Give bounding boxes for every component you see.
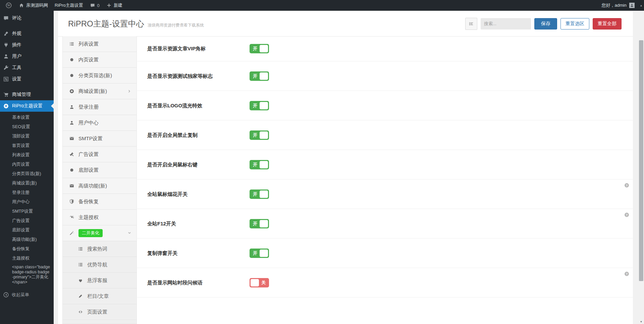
settings-nav-item-栏目/文章[interactable]: 栏目/文章 [63,288,137,304]
submenu-item[interactable]: SMTP设置 [0,207,54,216]
toggle-state-label: 关 [261,280,266,286]
settings-nav-item-背景图片[interactable]: 背景图片 [63,320,137,324]
submenu-item[interactable]: 广告设置 [0,216,54,225]
submenu-item[interactable]: 主题授权 [0,254,54,263]
scrollbar-thumb[interactable] [639,40,643,281]
toggle-state-label: 开 [253,132,257,138]
toggle-knob [251,279,259,286]
header-actions: 保存 重置选区 重置全部 [465,18,622,30]
submenu-item[interactable]: 登录注册 [0,188,54,197]
nav-item-label: 悬浮客服 [87,277,107,284]
nav-item-label: 商城设置(新) [78,88,107,95]
toggle-switch[interactable]: 开 [250,190,269,199]
settings-nav-item-分类页筛选(新)[interactable]: 分类页筛选(新) [63,68,137,84]
toggle-state-label: 开 [253,162,257,168]
comment-icon [3,15,9,21]
toggle-switch[interactable]: 开 [250,130,269,140]
list-icon [78,262,83,267]
settings-nav: 列表设置内页设置分类页筛选(新)商城设置(新)登录注册用户中心SMTP设置广告设… [62,36,137,324]
settings-nav-item-登录注册[interactable]: 登录注册 [63,99,137,115]
layout-toggle-button[interactable] [465,18,477,30]
settings-nav-item-页面设置[interactable]: 页面设置 [63,304,137,320]
gavel-icon [69,152,74,157]
admin-bar-item-wp-logo[interactable] [2,0,15,11]
scrollbar-up-arrow[interactable]: ▲ [638,0,644,11]
setting-label: 是否显示网站时段问候语 [147,279,203,286]
sidebar-item-插件[interactable]: 插件 [0,39,54,51]
list-icon [78,246,83,252]
submenu-item[interactable]: <span class="badge badge-radius badge-pr… [0,263,54,286]
submenu-item[interactable]: 备份恢复 [0,244,54,254]
sidebar-item-设置[interactable]: 设置 [0,73,54,85]
nav-item-label: 优势导航 [87,262,107,268]
code-icon [78,309,83,315]
settings-nav-item-内页设置[interactable]: 内页设置 [63,52,137,68]
settings-nav-item-列表设置[interactable]: 列表设置 [63,36,137,52]
toggle-switch[interactable]: 开 [250,101,269,110]
toggle-switch[interactable]: 开 [250,249,269,258]
nav-item-label: 底部设置 [78,167,99,173]
submenu-item[interactable]: 基本设置 [0,113,54,122]
toggle-knob [260,72,268,80]
sidebar-item-商城管理[interactable]: 商城管理 [0,89,54,100]
wp-submenu: 基本设置SEO设置顶部设置首页设置列表设置内页设置分类页筛选(新)商城设置(新)… [0,112,54,286]
submenu-item[interactable]: 顶部设置 [0,131,54,141]
submenu-item[interactable]: 高级功能(新) [0,235,54,244]
scrollbar[interactable]: ▲ ▼ [638,0,644,324]
settings-nav-item-SMTP设置[interactable]: SMTP设置 [63,131,137,147]
save-button[interactable]: 保存 [534,18,557,30]
settings-nav-item-用户中心[interactable]: 用户中心 [63,115,137,131]
submenu-item[interactable]: 用户中心 [0,197,54,207]
admin-bar-item-site-name[interactable]: 亲测源码网 [15,0,51,11]
toggle-switch[interactable]: 开 [250,219,269,228]
admin-bar-item-comments[interactable]: 0 [87,0,103,11]
sidebar-item-评论[interactable]: 评论 [0,12,54,24]
reset-selection-button[interactable]: 重置选区 [560,18,589,30]
admin-bar-item-new-content[interactable]: 新建 [103,0,126,11]
reset-all-button[interactable]: 重置全部 [593,18,622,30]
settings-nav-item-备份恢复[interactable]: 备份恢复 [63,194,137,210]
setting-row: 是否开启全局鼠标右键开 [137,150,633,179]
sidebar-item-RiPro主题设置[interactable]: RiPro主题设置 [0,100,54,112]
settings-nav-item-商城设置(新)[interactable]: 商城设置(新) [63,84,137,99]
toggle-switch[interactable]: 开 [250,71,269,81]
settings-nav-item-广告设置[interactable]: 广告设置 [63,147,137,162]
settings-nav-item-搜索热词[interactable]: 搜索热词 [63,241,137,257]
sidebar-item-外观[interactable]: 外观 [0,28,54,39]
submenu-item[interactable]: 内页设置 [0,160,54,169]
nav-item-label: 用户中心 [78,120,99,126]
setting-row: 是否显示资源文章VIP角标开 [137,36,633,61]
submenu-item[interactable]: 分类页筛选(新) [0,169,54,178]
toggle-switch[interactable]: 关 [250,278,269,287]
plug-icon [3,42,9,48]
setting-row: 是否显示LOGO流光特效开 [137,91,633,120]
settings-nav-item-底部设置[interactable]: 底部设置 [63,162,137,178]
toggle-switch[interactable]: 开 [250,160,269,169]
setting-label: 是否开启全局鼠标右键 [147,161,198,168]
admin-bar-account[interactable]: 您好，admin [602,2,644,8]
brush2-icon [78,293,83,299]
settings-nav-item-悬浮客服[interactable]: 悬浮客服 [63,273,137,288]
admin-bar-item-label: RiPro主题设置 [55,2,83,8]
settings-panel: RiPRO主题-设置中心 顶级商用资源付费查看下载系统 保存 重置选区 重置全部… [58,11,633,324]
search-input[interactable] [481,18,531,30]
toggle-switch[interactable]: 开 [250,44,269,53]
settings-nav-item-高级功能(新)[interactable]: 高级功能(新) [63,178,137,194]
submenu-item[interactable]: 商城设置(新) [0,178,54,188]
settings-nav-item-主题授权[interactable]: 主题授权 [63,210,137,225]
sidebar-item-label: 商城管理 [12,92,31,98]
submenu-item[interactable]: 首页设置 [0,141,54,150]
scrollbar-down-arrow[interactable]: ▼ [638,320,644,323]
submenu-item[interactable]: SEO设置 [0,122,54,131]
sidebar-item-工具[interactable]: 工具 [0,62,54,73]
menu-separator [0,85,54,89]
submenu-item[interactable]: 列表设置 [0,150,54,160]
settings-nav-item-二开美化[interactable]: 二开美化 [63,225,137,241]
nav-item-label: 备份恢复 [78,199,99,205]
submenu-item[interactable]: 底部设置 [0,225,54,235]
sidebar-item-用户[interactable]: 用户 [0,51,54,62]
settings-nav-item-优势导航[interactable]: 优势导航 [63,257,137,273]
collapse-menu-button[interactable]: 收起菜单 [0,292,57,298]
page-subtitle: 顶级商用资源付费查看下载系统 [148,19,204,28]
admin-bar-item-current-page[interactable]: RiPro主题设置 [51,0,87,11]
